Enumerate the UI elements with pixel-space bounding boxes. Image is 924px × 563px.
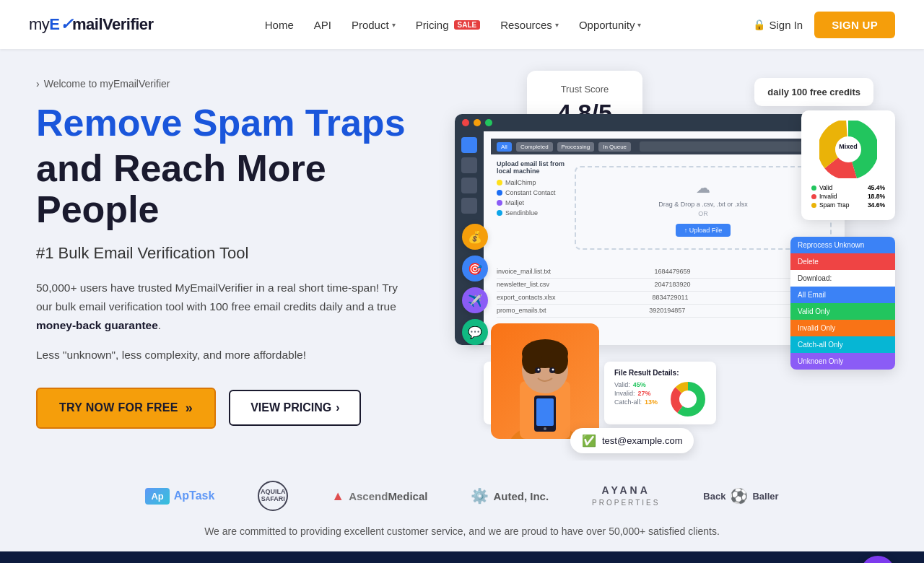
coin-icon: 💰 xyxy=(462,224,488,250)
nav-actions: 🔒 Sign In SIGN UP xyxy=(753,12,895,38)
client-ascend: ▲ AscendMedical xyxy=(331,489,427,504)
svg-point-15 xyxy=(538,369,540,371)
tab-processing[interactable]: Processing xyxy=(557,142,595,152)
logo[interactable]: myE✓mailVerifier xyxy=(29,15,154,34)
chevron-right-icon: › xyxy=(336,401,339,414)
legend-invalid: Invalid 18.8% xyxy=(811,193,885,200)
arrow-icon: » xyxy=(186,401,193,416)
sendinblue-dot xyxy=(497,210,502,216)
hero-title-blue: Remove Spam Traps xyxy=(36,102,440,144)
or-text: OR xyxy=(588,210,819,217)
results-table: invoice_mail.list.txt 1684479659 Valid n… xyxy=(491,261,837,322)
drop-text: Drag & Drop a .csv, .txt or .xlsx xyxy=(588,201,819,208)
action-panel: Reprocess Unknown Delete Download: All E… xyxy=(790,237,895,370)
valid-dot xyxy=(811,186,816,191)
lock-icon: 🔒 xyxy=(753,19,765,30)
nav-home[interactable]: Home xyxy=(265,19,294,31)
mailjet-dot xyxy=(497,200,502,206)
table-row: invoice_mail.list.txt 1684479659 Valid xyxy=(497,266,832,279)
cc-row: Constant Contact xyxy=(497,189,569,196)
check-icon: ✅ xyxy=(582,434,596,448)
client-backballer: Back ⚽ Baller xyxy=(703,487,778,505)
hero-less-text: Less "unknown", less complexity, and mor… xyxy=(36,346,440,365)
dashboard-body: All Completed Processing In Queue Upload… xyxy=(455,131,845,345)
send-icon: ✈️ xyxy=(462,287,488,313)
breadcrumb-arrow: › xyxy=(36,78,40,90)
unknown-only-button[interactable]: Unknoen Only xyxy=(790,353,895,370)
file-result-card: File Result Details: Valid:45% Invalid:2… xyxy=(604,362,716,424)
tab-completed[interactable]: Completed xyxy=(516,142,553,152)
person-image xyxy=(491,323,599,439)
pie-chart: Mixed xyxy=(811,121,885,178)
svg-text:Mixed: Mixed xyxy=(839,143,858,150)
maximize-dot xyxy=(485,119,492,126)
cc-dot xyxy=(497,190,502,196)
all-email-button[interactable]: All Email xyxy=(790,287,895,303)
aptask-logo: Ap xyxy=(145,488,169,505)
sendinblue-row: Sendinblue xyxy=(497,209,569,217)
nav-resources[interactable]: Resources ▾ xyxy=(500,19,559,31)
trust-label: Trust Score xyxy=(547,84,622,95)
integration-logos: MailChimp Constant Contact Mailjet xyxy=(497,179,569,217)
mini-donut xyxy=(670,381,706,417)
view-pricing-button[interactable]: VIEW PRICING › xyxy=(229,390,361,426)
social-icons: 💰 🎯 ✈️ 💬 xyxy=(462,224,488,345)
invalid-dot xyxy=(811,194,816,199)
titlebar xyxy=(455,114,845,131)
hero-section: › Welcome to myEmailVerifier Remove Spam… xyxy=(0,49,924,461)
mailchimp-dot xyxy=(497,180,502,186)
pie-chart-card: Mixed Valid 45.4% Invalid 18.8% Spam Tra… xyxy=(801,110,895,220)
nav-opportunity[interactable]: Opportunity ▾ xyxy=(579,19,642,31)
upload-title: Upload email list from local machine xyxy=(497,160,569,175)
tab-queue[interactable]: In Queue xyxy=(598,142,631,152)
dashboard-window: All Completed Processing In Queue Upload… xyxy=(455,114,845,345)
invalid-only-button[interactable]: Invalid Only xyxy=(790,320,895,336)
upload-area: Upload email list from local machine Mai… xyxy=(491,154,837,261)
sale-badge: SALE xyxy=(454,20,481,30)
hero-title-dark: and Reach More People xyxy=(36,148,440,230)
hero-buttons: TRY NOW FOR FREE » VIEW PRICING › xyxy=(36,388,440,429)
spam-dot xyxy=(811,203,816,208)
delete-button[interactable]: Delete xyxy=(790,253,895,270)
breadcrumb: › Welcome to myEmailVerifier xyxy=(36,78,440,90)
email-verify-card: ✅ test@example.com xyxy=(570,428,694,453)
table-row: newsletter_list.csv 2047183920 Valid xyxy=(497,279,832,292)
sidebar-icon-3 xyxy=(461,178,477,193)
hero-subtitle: #1 Bulk Email Verification Tool xyxy=(36,244,440,263)
aquila-logo: AQUILASAFARI xyxy=(258,481,288,511)
svg-point-16 xyxy=(552,369,554,371)
resources-chevron-icon: ▾ xyxy=(555,21,559,29)
legend-spam: Spam Trap 34.6% xyxy=(811,201,885,209)
client-ayana: AYANAPROPERTIES xyxy=(592,484,660,507)
nav-api[interactable]: API xyxy=(314,19,331,31)
client-aquila: AQUILASAFARI xyxy=(258,481,288,511)
nav-product[interactable]: Product ▾ xyxy=(352,19,396,31)
legend-valid: Valid 45.4% xyxy=(811,184,885,191)
nav-pricing[interactable]: Pricing SALE xyxy=(416,19,481,31)
table-row: export_contacts.xlsx 8834729011 Invalid xyxy=(497,292,832,305)
ascend-icon: ▲ xyxy=(331,489,344,504)
auted-icon: ⚙️ xyxy=(471,487,489,505)
signup-button[interactable]: SIGN UP xyxy=(814,12,895,38)
person-svg xyxy=(494,323,596,439)
valid-only-button[interactable]: Valid Only xyxy=(790,303,895,320)
try-now-button[interactable]: TRY NOW FOR FREE » xyxy=(36,388,216,429)
hero-left: › Welcome to myEmailVerifier Remove Spam… xyxy=(36,71,440,429)
free-credits-card: daily 100 free credits xyxy=(754,78,873,106)
nav-links: Home API Product ▾ Pricing SALE Resource… xyxy=(265,19,642,31)
hero-mockup: Trust Score 4.8/5 ★ ★ 🔴 daily 100 free c… xyxy=(455,71,888,453)
ball-icon: ⚽ xyxy=(730,487,748,505)
mailchimp-row: MailChimp xyxy=(497,179,569,186)
chat-button[interactable]: 💬 xyxy=(860,556,895,563)
tab-all[interactable]: All xyxy=(497,142,512,152)
file-result-title: File Result Details: xyxy=(614,369,706,377)
reprocess-button[interactable]: Reprocess Unknown xyxy=(790,237,895,253)
svg-rect-18 xyxy=(536,398,554,426)
sign-in-button[interactable]: 🔒 Sign In xyxy=(753,19,803,31)
opportunity-chevron-icon: ▾ xyxy=(637,21,641,29)
download-label: Download: xyxy=(790,270,895,287)
sidebar-icon-4 xyxy=(461,198,477,214)
upload-file-button[interactable]: ↑ Upload File xyxy=(676,224,731,237)
catch-all-button[interactable]: Catch-all Only xyxy=(790,336,895,353)
pie-legend: Valid 45.4% Invalid 18.8% Spam Trap 34.6… xyxy=(811,184,885,209)
